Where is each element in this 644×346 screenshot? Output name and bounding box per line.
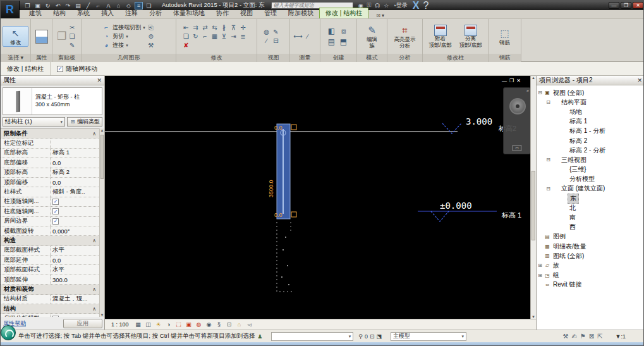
properties-scrollbar[interactable]: ▲▼ [99, 128, 104, 317]
ribbon-tab[interactable]: 视图 [234, 8, 258, 18]
cut-icon[interactable]: ✂ [68, 23, 76, 32]
create-tool-icon[interactable]: ⧈ [338, 26, 349, 36]
modify-tool-icon[interactable]: ⇉ [191, 23, 200, 32]
view-close-button[interactable]: ✕ [516, 78, 521, 83]
join-geometry-button[interactable]: ◕ 连接▾ [102, 41, 145, 49]
ribbon-tab[interactable]: 体量和场地 [167, 8, 210, 18]
measure-tool-icon[interactable]: ⟷ [294, 32, 303, 40]
tree-item[interactable]: ∞ Revit 链接 [537, 280, 644, 290]
modify-tool-icon[interactable]: ↻ [191, 32, 200, 40]
tree-expander-icon[interactable]: ⊟ [537, 90, 544, 96]
tree-expander-icon[interactable]: ⊟ [545, 186, 552, 192]
view-control-icon[interactable]: ⊡ [225, 321, 234, 329]
property-row[interactable]: 横截面旋转 0.000° 0.000° [1, 226, 100, 236]
steering-wheel-icon[interactable] [509, 98, 526, 114]
ribbon-collapse-icon[interactable]: ⊡ ▾ [376, 13, 384, 18]
view-control-icon[interactable]: ◫ [144, 321, 153, 329]
tree-item[interactable]: ▥ 图纸 (全部) [537, 251, 644, 261]
tree-item[interactable]: ▤ 图例 [537, 232, 644, 242]
view-tool-icon[interactable]: ◍ [262, 28, 271, 36]
property-row[interactable]: 底部偏移 0.0 0.0 [1, 158, 100, 168]
canvas-vertical-scrollbar[interactable]: ▲▼ [530, 76, 536, 319]
navbar-chevron-icon[interactable]: » [526, 89, 529, 93]
sign-in-button[interactable]: 登录 [396, 1, 408, 9]
ribbon-tab[interactable]: 注释 [119, 8, 143, 18]
unjoin-icon[interactable]: ⊜ [147, 32, 155, 40]
revit-logo[interactable]: R [1, 1, 20, 18]
view-tool-icon[interactable]: ✎ [272, 28, 281, 36]
scale-button[interactable]: 1 : 100 [107, 321, 133, 328]
property-row[interactable]: 结构 ∧ [1, 304, 100, 314]
view-control-icon[interactable]: ◑ [164, 321, 173, 329]
property-row[interactable]: 结构材质 混凝土，现... 混凝土，现... [1, 295, 100, 304]
ribbon-tab[interactable]: 管理 [258, 8, 283, 18]
temp-dim-bottom[interactable]: 0.0 [274, 212, 283, 218]
view-tool-icon[interactable]: ∕ [262, 37, 271, 45]
create-tool-icon[interactable]: ▤ [326, 37, 337, 47]
close-button[interactable]: ✕ [633, 2, 643, 9]
tree-item[interactable]: ⊟ 结构平面 [537, 97, 644, 107]
property-row[interactable]: 柱样式 倾斜 - 角度.. 倾斜 - 角度.. [1, 187, 100, 197]
ribbon-tab[interactable]: 系统 [71, 8, 95, 18]
property-row[interactable]: 材质和装饰 ∧ [1, 285, 100, 294]
close-icon[interactable]: ✕ [637, 77, 642, 83]
paste-icon[interactable]: ❐ [57, 30, 66, 43]
modify-tool-icon[interactable]: ⇄ [201, 23, 210, 32]
property-row[interactable]: 柱顶随轴网... ✓ ✓ [1, 197, 100, 207]
property-row[interactable]: 限制条件 ∧ [1, 129, 100, 139]
cope-button[interactable]: ⌐ 连接端切割▾ [102, 23, 145, 32]
property-row[interactable]: 顶部延伸 300.0 300.0 [1, 275, 100, 285]
minimize-button[interactable]: — [609, 2, 619, 9]
modify-tool-icon[interactable]: ❏ [182, 32, 191, 40]
selection-filter-button[interactable]: ▼ :1 [616, 333, 626, 340]
element-selector-dropdown[interactable]: 结构柱 (1)▾ [3, 117, 65, 127]
property-row[interactable]: 柱定位标记 [1, 139, 100, 148]
property-row[interactable]: 构造 ∧ [1, 236, 100, 245]
view-control-icon[interactable]: ▦ [134, 321, 143, 329]
checkbox-icon[interactable]: ✓ [52, 208, 59, 214]
modify-button[interactable]: ↖ 修改 [3, 26, 28, 46]
view-control-icon[interactable]: § [215, 321, 224, 329]
tree-expander-icon[interactable]: ⊟ [545, 99, 552, 105]
edit-type-button[interactable]: ⊞ 编辑类型 [67, 117, 102, 127]
modify-tool-icon[interactable]: ⇥ [229, 32, 238, 40]
status-right-icon[interactable]: ⇱ [597, 333, 602, 340]
move-with-grids-checkbox[interactable]: ✓ 随轴网移动 [57, 65, 97, 73]
create-tool-icon[interactable]: ⬒ [338, 37, 349, 47]
property-row[interactable]: 底部截面样式 水平 水平 [1, 246, 100, 256]
view-restore-button[interactable]: ❐ [509, 78, 514, 83]
tree-item[interactable]: {三维} [537, 165, 644, 175]
modify-tool-icon[interactable]: ⊼ [229, 23, 238, 32]
infocenter-icon[interactable]: ☆ [384, 3, 389, 9]
level2-marker-icon[interactable] [442, 123, 461, 133]
match-type-icon[interactable]: ✎ [68, 41, 76, 49]
editable-only-icon[interactable]: ⚲ [358, 333, 363, 340]
tree-item[interactable]: ⊟ 立面 (建筑立面) [537, 184, 644, 194]
tree-item[interactable]: ⊟ 三维视图 [537, 155, 644, 164]
tree-item[interactable]: 标高 2 - 分析 [537, 145, 644, 155]
ribbon-tab[interactable]: 附加模块 [283, 8, 319, 18]
demolish-icon[interactable]: ⚒ [147, 41, 155, 49]
design-options-dropdown[interactable]: ▾ [271, 332, 353, 341]
type-selector-preview[interactable]: 混凝土 - 矩形 - 柱 300 x 450mm [3, 87, 102, 115]
temp-dim-length[interactable]: 3500.0 [268, 180, 274, 197]
modify-tool-icon[interactable]: ✘ [182, 41, 191, 49]
status-right-icon[interactable]: ⊠ [589, 333, 594, 340]
tree-item[interactable]: 南 [537, 213, 644, 222]
status-right-icon[interactable]: ⚒ [562, 333, 568, 340]
ribbon-tab[interactable]: 结构 [47, 8, 71, 18]
ribbon-tab[interactable]: 分析 [143, 8, 167, 18]
view-control-icon[interactable]: ⌂ [235, 321, 244, 329]
temp-dim-top-icon[interactable] [291, 125, 296, 130]
tree-item[interactable]: 标高 1 [537, 117, 644, 127]
cut-geometry-button[interactable]: ◔ 剪切▾ [102, 32, 145, 40]
property-row[interactable]: 房间边界 ✓ ✓ [1, 217, 100, 226]
view-control-icon[interactable]: ▣ [185, 321, 193, 329]
ribbon-tab[interactable]: 协作 [210, 8, 234, 18]
tree-expander-icon[interactable]: ⊟ [545, 157, 552, 163]
ribbon-tab[interactable]: 插入 [95, 8, 119, 18]
level1-name[interactable]: 标高 1 [501, 211, 521, 219]
tab-modify-structural-column[interactable]: 修改 | 结构柱 [319, 8, 368, 18]
tree-item[interactable]: ⊞ ◳ 组 [537, 271, 644, 280]
tree-item[interactable]: 西 [537, 223, 644, 232]
